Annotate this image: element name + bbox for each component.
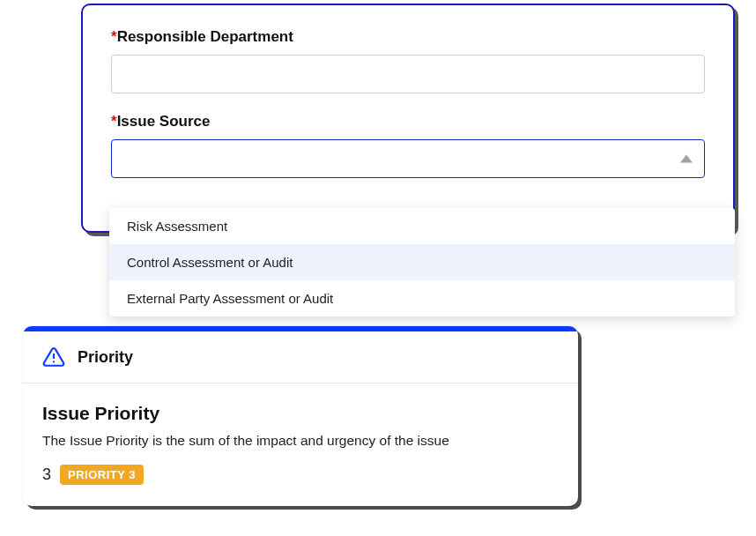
required-indicator: * [111, 113, 117, 130]
priority-body: Issue Priority The Issue Priority is the… [23, 383, 578, 506]
required-indicator: * [111, 28, 117, 45]
form-card: *Responsible Department *Issue Source [81, 4, 735, 233]
priority-score-row: 3 PRIORITY 3 [42, 465, 559, 485]
priority-badge: PRIORITY 3 [60, 465, 144, 485]
dropdown-option-control-assessment[interactable]: Control Assessment or Audit [109, 244, 735, 280]
issue-source-field: *Issue Source [111, 113, 705, 178]
priority-header: Priority [23, 331, 578, 383]
issue-source-label: *Issue Source [111, 113, 705, 130]
responsible-department-field: *Responsible Department [111, 28, 705, 93]
dropdown-option-external-party[interactable]: External Party Assessment or Audit [109, 280, 735, 316]
issue-priority-title: Issue Priority [42, 403, 559, 424]
responsible-department-input[interactable] [111, 55, 705, 93]
issue-source-dropdown: Risk Assessment Control Assessment or Au… [109, 208, 735, 316]
responsible-department-label: *Responsible Department [111, 28, 705, 46]
caret-up-icon [680, 155, 693, 163]
responsible-department-label-text: Responsible Department [117, 28, 293, 45]
priority-header-title: Priority [78, 348, 133, 367]
issue-priority-description: The Issue Priority is the sum of the imp… [42, 433, 559, 449]
issue-source-select[interactable] [111, 139, 705, 178]
issue-source-select-wrap [111, 139, 705, 178]
priority-score: 3 [42, 465, 51, 484]
dropdown-option-risk-assessment[interactable]: Risk Assessment [109, 208, 735, 244]
warning-triangle-icon [42, 346, 65, 368]
priority-card: Priority Issue Priority The Issue Priori… [23, 326, 578, 506]
issue-source-label-text: Issue Source [117, 113, 211, 130]
